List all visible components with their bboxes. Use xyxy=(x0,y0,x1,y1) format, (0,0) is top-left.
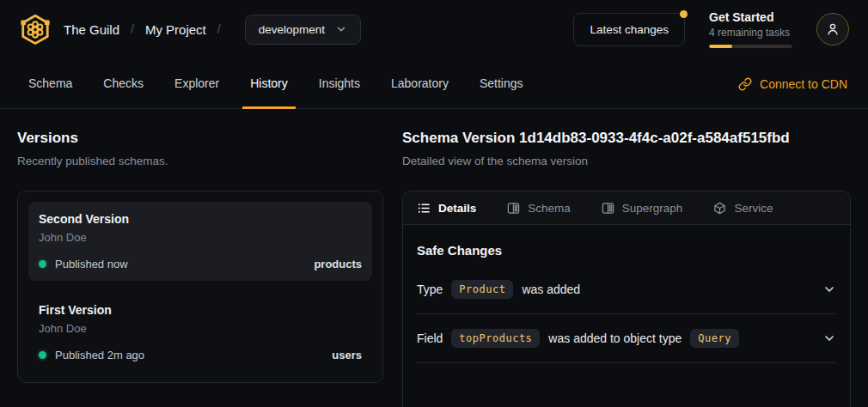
service-tag: users xyxy=(332,349,362,361)
breadcrumb: The Guild / My Project / development xyxy=(19,13,361,46)
nav-tab-label: Checks xyxy=(103,76,144,90)
version-author: John Doe xyxy=(39,322,362,335)
get-started-progress-fill xyxy=(709,45,732,48)
published-status-text: Published 2m ago xyxy=(55,349,144,361)
app-header: The Guild / My Project / development Lat… xyxy=(0,0,868,58)
version-list-item[interactable]: Second VersionJohn DoePublished nowprodu… xyxy=(28,202,372,281)
latest-changes-label: Latest changes xyxy=(590,23,669,36)
versions-title: Versions xyxy=(17,130,383,147)
header-actions: Latest changes Get Started 4 remaining t… xyxy=(573,10,849,48)
get-started-title: Get Started xyxy=(709,10,792,24)
primary-nav: SchemaChecksExplorerHistoryInsightsLabor… xyxy=(0,58,868,109)
breadcrumb-project[interactable]: My Project xyxy=(145,22,206,37)
notification-dot xyxy=(680,10,688,18)
user-avatar[interactable] xyxy=(816,13,849,46)
detail-tab-label: Schema xyxy=(528,202,571,215)
breadcrumb-org[interactable]: The Guild xyxy=(64,22,119,37)
version-author: John Doe xyxy=(39,231,362,244)
change-text: Type xyxy=(417,282,443,296)
detail-tabs: DetailsSchemaSupergraphService xyxy=(403,191,850,225)
columns-icon xyxy=(507,202,520,215)
version-title: Second Version xyxy=(39,212,362,226)
detail-tab-supergraph[interactable]: Supergraph xyxy=(602,202,683,215)
nav-tab-label: Settings xyxy=(480,76,523,90)
change-text: Field xyxy=(417,331,443,345)
service-tag: products xyxy=(314,258,362,270)
version-list-item[interactable]: First VersionJohn DoePublished 2m agouse… xyxy=(28,293,372,372)
detail-tab-schema[interactable]: Schema xyxy=(507,202,571,215)
breadcrumb-separator: / xyxy=(131,22,134,36)
nav-tab-label: Laboratory xyxy=(391,76,449,90)
main-content: Versions Recently published schemas. Sec… xyxy=(0,109,868,407)
published-status-icon xyxy=(39,351,46,359)
detail-tab-label: Details xyxy=(438,202,476,215)
get-started-remaining: 4 remaining tasks xyxy=(709,27,792,39)
expand-chevron-icon[interactable] xyxy=(822,282,836,296)
change-row[interactable]: TypeProductwas added xyxy=(417,265,836,314)
breadcrumb-separator: / xyxy=(217,22,221,36)
nav-tab-label: History xyxy=(250,76,288,90)
nav-tab-label: Insights xyxy=(319,76,360,90)
change-text: was added to object type xyxy=(548,331,682,345)
detail-content: Safe Changes TypeProductwas addedFieldto… xyxy=(403,225,850,363)
safe-changes-heading: Safe Changes xyxy=(417,243,836,258)
connect-to-cdn-label: Connect to CDN xyxy=(760,77,847,91)
published-status-text: Published now xyxy=(55,258,128,270)
nav-tabs: SchemaChecksExplorerHistoryInsightsLabor… xyxy=(21,58,547,108)
versions-list: Second VersionJohn DoePublished nowprodu… xyxy=(17,191,383,383)
code-badge: topProducts xyxy=(451,329,540,348)
connect-to-cdn-link[interactable]: Connect to CDN xyxy=(738,77,847,108)
get-started-widget[interactable]: Get Started 4 remaining tasks xyxy=(709,10,792,48)
link-chain-icon xyxy=(738,77,752,91)
nav-tab-label: Explorer xyxy=(174,76,219,90)
versions-column: Versions Recently published schemas. Sec… xyxy=(17,130,383,407)
hive-logo-icon[interactable] xyxy=(19,13,52,46)
version-title: First Version xyxy=(39,303,362,317)
detail-tab-label: Service xyxy=(734,202,773,215)
changes-list: TypeProductwas addedFieldtopProductswas … xyxy=(417,265,836,363)
detail-tab-label: Supergraph xyxy=(622,202,683,215)
detail-tab-details[interactable]: Details xyxy=(418,202,476,215)
nav-tab-schema[interactable]: Schema xyxy=(21,58,80,108)
latest-changes-button[interactable]: Latest changes xyxy=(573,13,685,46)
nav-tab-checks[interactable]: Checks xyxy=(95,58,151,108)
code-badge: Query xyxy=(690,329,739,348)
person-icon xyxy=(824,21,841,38)
chevron-down-icon xyxy=(335,23,347,35)
versions-subtitle: Recently published schemas. xyxy=(17,155,383,167)
code-badge: Product xyxy=(451,280,513,299)
get-started-progressbar xyxy=(709,45,792,48)
nav-tab-explorer[interactable]: Explorer xyxy=(167,58,227,108)
nav-tab-settings[interactable]: Settings xyxy=(472,58,531,108)
nav-tab-history[interactable]: History xyxy=(242,58,296,108)
nav-tab-label: Schema xyxy=(28,76,72,90)
list-icon xyxy=(418,202,431,215)
detail-tab-service[interactable]: Service xyxy=(713,202,773,215)
environment-selector-value: development xyxy=(259,23,325,36)
schema-version-title: Schema Version 1d14db83-0933-4f4c-a02f-a… xyxy=(402,130,851,147)
nav-tab-insights[interactable]: Insights xyxy=(311,58,368,108)
version-detail-panel: DetailsSchemaSupergraphService Safe Chan… xyxy=(402,191,851,407)
columns-icon xyxy=(602,202,614,215)
nav-tab-laboratory[interactable]: Laboratory xyxy=(383,58,456,108)
change-row[interactable]: FieldtopProductswas added to object type… xyxy=(417,314,836,363)
expand-chevron-icon[interactable] xyxy=(822,331,836,345)
cube-icon xyxy=(713,202,726,215)
change-text: was added xyxy=(522,282,580,296)
published-status-icon xyxy=(39,260,46,268)
schema-version-subtitle: Detailed view of the schema version xyxy=(402,155,851,167)
version-detail-column: Schema Version 1d14db83-0933-4f4c-a02f-a… xyxy=(402,130,851,407)
environment-selector[interactable]: development xyxy=(245,15,361,45)
